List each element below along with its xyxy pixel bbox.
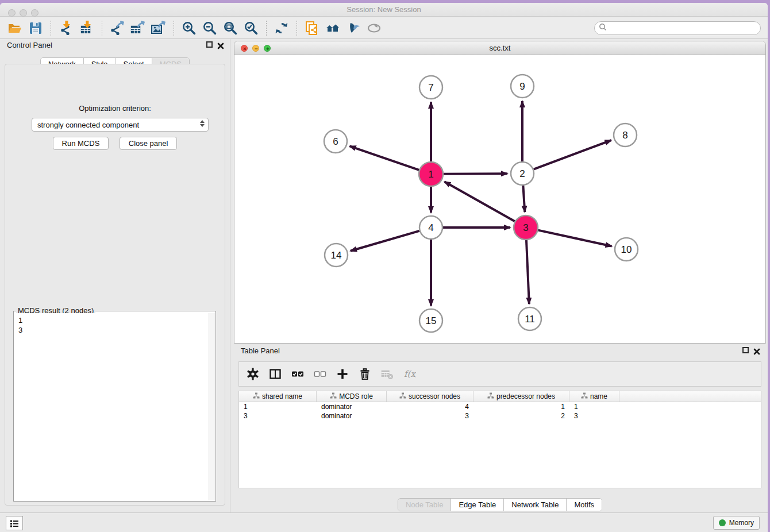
column-sort-icon bbox=[487, 392, 494, 401]
deselect-all-icon[interactable] bbox=[313, 367, 327, 381]
node-15-label: 15 bbox=[426, 315, 437, 326]
add-icon[interactable] bbox=[336, 367, 349, 381]
zoom-selected-icon[interactable] bbox=[242, 20, 260, 37]
table-toolbar: f(x) bbox=[238, 361, 761, 387]
table-panel-title: Table Panel bbox=[241, 346, 280, 355]
node-3-label: 3 bbox=[523, 222, 528, 233]
column-header-successor-nodes[interactable]: successor nodes bbox=[387, 391, 473, 402]
toolbar-separator bbox=[297, 21, 297, 36]
column-sort-icon bbox=[253, 392, 260, 401]
dropdown-arrows-icon bbox=[200, 120, 205, 127]
memory-label: Memory bbox=[729, 519, 754, 527]
node-2-label: 2 bbox=[519, 168, 525, 179]
node-11-label: 11 bbox=[525, 314, 535, 325]
tab-edge-table[interactable]: Edge Table bbox=[451, 499, 504, 511]
gear-icon[interactable] bbox=[246, 367, 260, 381]
edge-3-10[interactable] bbox=[538, 230, 611, 246]
edge-3-11[interactable] bbox=[526, 240, 529, 304]
search-box[interactable] bbox=[594, 21, 761, 35]
edge-1-2[interactable] bbox=[444, 174, 507, 174]
titlebar: Session: New Session bbox=[0, 3, 768, 17]
network-window-titlebar: scc.txt bbox=[234, 41, 765, 55]
tab-network-table[interactable]: Network Table bbox=[504, 499, 567, 511]
edge-2-3[interactable] bbox=[523, 186, 525, 212]
window-title: Session: New Session bbox=[0, 5, 768, 14]
table-cell[interactable]: 3 bbox=[569, 412, 619, 420]
close-panel-icon[interactable] bbox=[217, 41, 224, 52]
close-panel-button[interactable]: Close panel bbox=[120, 137, 178, 150]
birds-icon[interactable] bbox=[345, 20, 362, 37]
first-neighbors-icon[interactable] bbox=[324, 20, 341, 37]
new-network-from-selection-icon[interactable] bbox=[303, 20, 321, 37]
table-cell[interactable]: 1 bbox=[239, 403, 317, 411]
import-network-icon[interactable] bbox=[57, 20, 75, 37]
table-cell[interactable]: dominator bbox=[317, 403, 387, 411]
edge-2-8[interactable] bbox=[534, 140, 611, 169]
edge-1-6[interactable] bbox=[350, 146, 419, 169]
export-network-icon[interactable] bbox=[109, 20, 126, 37]
column-header-predecessor-nodes[interactable]: predecessor nodes bbox=[473, 391, 569, 402]
memory-button[interactable]: Memory bbox=[713, 516, 760, 530]
function-builder-icon: f(x) bbox=[403, 367, 417, 381]
table-cell[interactable]: 1 bbox=[569, 403, 619, 411]
zoom-out-icon[interactable] bbox=[201, 20, 218, 37]
edge-3-1[interactable] bbox=[445, 182, 515, 221]
run-mcds-button[interactable]: Run MCDS bbox=[53, 137, 109, 150]
table-cell[interactable]: 4 bbox=[387, 403, 473, 411]
table-tabs: Node TableEdge TableNetwork TableMotifs bbox=[234, 498, 766, 511]
float-panel-icon[interactable] bbox=[206, 41, 213, 48]
table-row[interactable]: 1dominator411 bbox=[239, 402, 761, 411]
table-header-row: shared nameMCDS rolesuccessor nodesprede… bbox=[239, 391, 761, 402]
column-header-name[interactable]: name bbox=[569, 391, 619, 402]
save-session-icon[interactable] bbox=[27, 20, 44, 37]
delete-icon[interactable] bbox=[358, 367, 372, 381]
tab-node-table[interactable]: Node Table bbox=[398, 499, 452, 511]
toolbar-separator bbox=[174, 21, 174, 36]
zoom-in-icon[interactable] bbox=[180, 20, 198, 37]
column-sort-icon bbox=[330, 392, 337, 401]
close-table-panel-icon[interactable] bbox=[753, 347, 760, 357]
table-cell[interactable]: 2 bbox=[473, 412, 569, 420]
open-session-icon[interactable] bbox=[6, 20, 24, 37]
node-4-label: 4 bbox=[428, 222, 433, 233]
tab-motifs[interactable]: Motifs bbox=[567, 499, 602, 511]
mcds-result-text: 1 3 bbox=[14, 313, 209, 500]
main-toolbar bbox=[0, 17, 768, 39]
show-graphics-details-icon[interactable] bbox=[365, 20, 383, 37]
node-10-label: 10 bbox=[621, 244, 632, 255]
node-6-label: 6 bbox=[333, 136, 338, 147]
node-7-label: 7 bbox=[428, 82, 433, 93]
table-cell[interactable]: 1 bbox=[473, 403, 569, 411]
apply-layout-icon[interactable] bbox=[273, 20, 290, 37]
zoom-fit-icon[interactable] bbox=[222, 20, 239, 37]
search-input[interactable] bbox=[610, 24, 760, 32]
node-14-label: 14 bbox=[331, 250, 342, 261]
network-view-window: scc.txt 7968124314101511 bbox=[234, 41, 766, 344]
import-table-icon[interactable] bbox=[78, 20, 95, 37]
control-panel-title: Control Panel bbox=[7, 41, 52, 49]
node-8-label: 8 bbox=[622, 130, 627, 141]
table-cell[interactable]: 3 bbox=[239, 412, 317, 420]
node-9-label: 9 bbox=[519, 81, 525, 92]
table-cell[interactable]: 3 bbox=[387, 412, 473, 420]
columns-icon[interactable] bbox=[268, 367, 282, 381]
table-panel: Table Panel f(x) shared nameMCDS rolesuc… bbox=[234, 345, 766, 512]
export-image-icon[interactable] bbox=[150, 20, 167, 37]
optimization-criterion-label: Optimization criterion: bbox=[5, 104, 225, 113]
select-all-icon[interactable] bbox=[291, 367, 305, 381]
criterion-dropdown[interactable]: strongly connected component bbox=[32, 118, 209, 132]
application-window: Session: New Session Control Panel Netwo… bbox=[0, 3, 768, 532]
result-scrollbar[interactable] bbox=[209, 313, 215, 500]
column-header-MCDS-role[interactable]: MCDS role bbox=[317, 391, 387, 402]
export-table-icon[interactable] bbox=[129, 20, 147, 37]
column-header-shared-name[interactable]: shared name bbox=[239, 391, 317, 402]
table-row[interactable]: 3dominator323 bbox=[239, 411, 761, 421]
svg-text:f(x): f(x) bbox=[404, 369, 416, 379]
task-history-button[interactable] bbox=[6, 516, 23, 530]
criterion-value: strongly connected component bbox=[37, 121, 139, 129]
status-bar: Memory bbox=[0, 512, 768, 532]
float-table-panel-icon[interactable] bbox=[742, 347, 749, 353]
edge-4-14[interactable] bbox=[351, 231, 419, 251]
table-cell[interactable]: dominator bbox=[317, 412, 387, 420]
network-canvas[interactable]: 7968124314101511 bbox=[234, 55, 765, 343]
